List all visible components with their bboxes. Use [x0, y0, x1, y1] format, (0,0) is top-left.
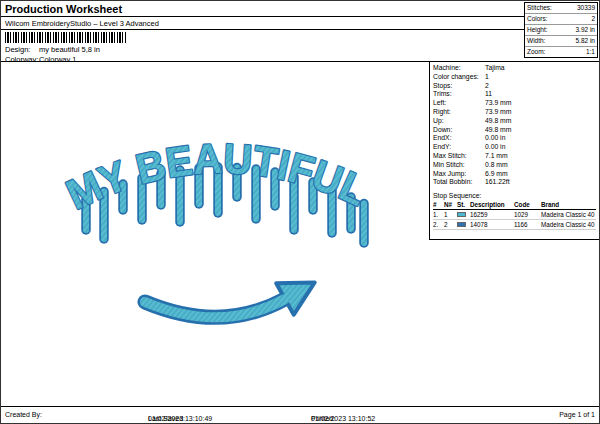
page-number: Page 1 of 1 — [559, 411, 595, 418]
barcode — [5, 32, 127, 43]
info-endy: EndY:0.00 in — [433, 143, 596, 152]
info-color-changes: Color changes:1 — [433, 73, 596, 82]
created-by-label: Created By: — [5, 411, 42, 418]
summary-stitches: Stitches:30339 — [525, 3, 597, 14]
stop-sequence-row: 1. 1 16259 1029 Madeira Classic 40 — [433, 210, 596, 220]
summary-width: Width:5.82 in — [525, 36, 597, 47]
barcode-row — [1, 30, 525, 44]
thread-color-swatch — [457, 222, 466, 227]
design-arrow — [145, 282, 315, 317]
stop-sequence-row: 2. 2 14078 1166 Madeira Classic 40 — [433, 220, 596, 230]
summary-zoom: Zoom:1:1 — [525, 47, 597, 57]
info-down: Down:49.8 mm — [433, 126, 596, 135]
info-min-stitch: Min Stitch:0.8 mm — [433, 161, 596, 170]
embroidery-design-preview: MY BEAUTIFUL — [1, 62, 430, 407]
worksheet-header: Production Worksheet Wilcom EmbroiderySt… — [1, 1, 525, 64]
info-total-bobbin: Total Bobbin:161.22ft — [433, 178, 596, 187]
design-name-row: Design: my beautiful 5,8 in — [1, 44, 525, 54]
thread-color-swatch — [457, 212, 466, 217]
stop-sequence-title: Stop Sequence: — [433, 191, 596, 200]
summary-height: Height:3.92 in — [525, 25, 597, 36]
worksheet-body: MY BEAUTIFUL Machine:Tajima Color change… — [1, 61, 599, 406]
design-value: my beautiful 5,8 in — [39, 45, 100, 54]
worksheet-footer: Created By: Last Saved:01/02/2023 13:10:… — [1, 406, 599, 423]
production-worksheet-page: Production Worksheet Wilcom EmbroiderySt… — [0, 0, 600, 424]
info-right: Right:73.9 mm — [433, 108, 596, 117]
page-title: Production Worksheet — [1, 1, 525, 17]
info-max-jump: Max Jump:6.9 mm — [433, 170, 596, 179]
machine-info-panel: Machine:Tajima Color changes:1 Stops:2 T… — [429, 62, 599, 240]
design-label: Design: — [5, 45, 39, 54]
info-left: Left:73.9 mm — [433, 99, 596, 108]
info-machine: Machine:Tajima — [433, 64, 596, 73]
info-trims: Trims:11 — [433, 90, 596, 99]
stop-sequence-header: # N# St. Description Code Brand — [433, 200, 596, 210]
summary-colors: Colors:2 — [525, 14, 597, 25]
info-max-stitch: Max Stitch:7.1 mm — [433, 152, 596, 161]
info-stops: Stops:2 — [433, 82, 596, 91]
info-up: Up:49.8 mm — [433, 117, 596, 126]
info-endx: EndX:0.00 in — [433, 134, 596, 143]
software-name: Wilcom EmbroideryStudio – Level 3 Advanc… — [1, 17, 525, 30]
design-summary-box: Stitches:30339 Colors:2 Height:3.92 in W… — [524, 2, 598, 58]
